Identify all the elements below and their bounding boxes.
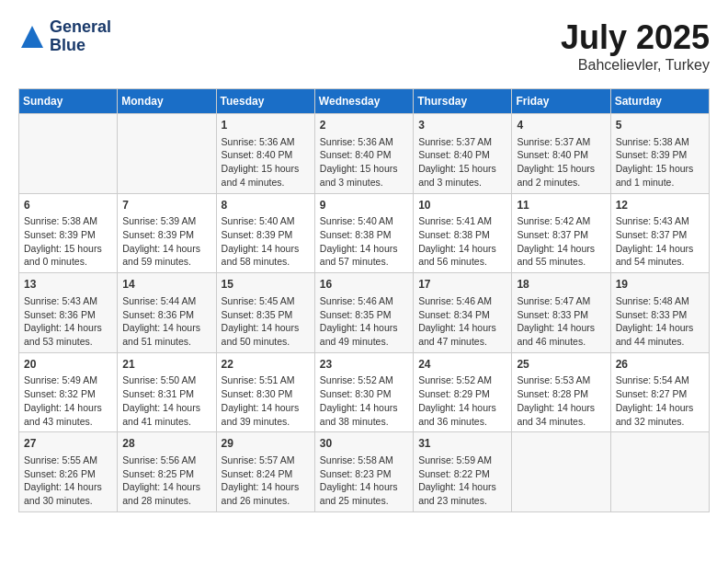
day-info: Sunset: 8:37 PM (616, 228, 704, 242)
day-info: Sunrise: 5:46 AM (418, 294, 506, 308)
calendar-cell: 28Sunrise: 5:56 AMSunset: 8:25 PMDayligh… (118, 432, 216, 512)
day-info: Sunset: 8:29 PM (418, 387, 506, 401)
day-number: 16 (320, 277, 408, 293)
day-info: Sunrise: 5:52 AM (418, 373, 506, 387)
day-info: Sunrise: 5:37 AM (517, 135, 605, 149)
day-info: Sunrise: 5:42 AM (517, 214, 605, 228)
day-info: Sunrise: 5:57 AM (222, 454, 310, 467)
day-number: 4 (517, 118, 605, 133)
calendar-cell: 20Sunrise: 5:49 AMSunset: 8:32 PMDayligh… (19, 352, 118, 432)
title-block: July 2025 Bahcelievler, Turkey (561, 18, 710, 74)
day-info: Daylight: 14 hours and 38 minutes. (320, 401, 408, 428)
day-info: Sunset: 8:24 PM (222, 467, 310, 481)
header-cell-saturday: Saturday (610, 89, 709, 114)
day-number: 15 (222, 277, 310, 293)
calendar-cell: 30Sunrise: 5:58 AMSunset: 8:23 PMDayligh… (314, 432, 413, 512)
calendar-cell: 9Sunrise: 5:40 AMSunset: 8:38 PMDaylight… (314, 193, 413, 273)
day-info: Sunrise: 5:47 AM (517, 294, 605, 308)
calendar-row: 6Sunrise: 5:38 AMSunset: 8:39 PMDaylight… (19, 193, 710, 273)
day-info: Sunset: 8:30 PM (320, 387, 408, 401)
day-info: Sunset: 8:36 PM (122, 308, 210, 322)
calendar-row: 27Sunrise: 5:55 AMSunset: 8:26 PMDayligh… (19, 432, 710, 512)
day-info: Daylight: 14 hours and 58 minutes. (222, 242, 310, 269)
calendar-cell: 12Sunrise: 5:43 AMSunset: 8:37 PMDayligh… (610, 193, 709, 273)
day-info: Sunset: 8:22 PM (418, 467, 506, 481)
logo: General Blue (18, 18, 111, 55)
calendar-cell: 15Sunrise: 5:45 AMSunset: 8:35 PMDayligh… (216, 273, 314, 353)
day-info: Sunrise: 5:43 AM (616, 214, 704, 228)
day-info: Sunrise: 5:36 AM (222, 135, 310, 149)
day-info: Sunset: 8:37 PM (517, 228, 605, 242)
day-number: 13 (24, 277, 112, 293)
calendar-cell: 7Sunrise: 5:39 AMSunset: 8:39 PMDaylight… (118, 193, 216, 273)
day-info: Sunrise: 5:58 AM (320, 454, 408, 467)
day-info: Daylight: 14 hours and 55 minutes. (517, 242, 605, 269)
day-info: Daylight: 14 hours and 54 minutes. (616, 242, 704, 269)
day-info: Sunrise: 5:41 AM (418, 214, 506, 228)
day-info: Daylight: 14 hours and 36 minutes. (418, 401, 506, 428)
day-info: Sunset: 8:33 PM (616, 308, 704, 322)
day-info: Daylight: 14 hours and 49 minutes. (320, 321, 408, 348)
calendar-cell: 3Sunrise: 5:37 AMSunset: 8:40 PMDaylight… (414, 114, 512, 194)
header-cell-wednesday: Wednesday (314, 89, 413, 114)
day-info: Sunrise: 5:52 AM (320, 373, 408, 387)
calendar-subtitle: Bahcelievler, Turkey (561, 57, 710, 74)
day-number: 29 (222, 436, 310, 452)
header-cell-thursday: Thursday (414, 89, 512, 114)
calendar-cell (610, 432, 709, 512)
day-number: 1 (222, 118, 310, 133)
day-number: 19 (616, 277, 704, 293)
day-info: Daylight: 14 hours and 50 minutes. (222, 321, 310, 348)
day-info: Sunset: 8:39 PM (122, 228, 210, 242)
day-info: Daylight: 14 hours and 59 minutes. (122, 242, 210, 269)
header-cell-tuesday: Tuesday (216, 89, 314, 114)
svg-marker-0 (21, 26, 43, 48)
day-info: Sunrise: 5:38 AM (616, 135, 704, 149)
day-info: Sunset: 8:38 PM (320, 228, 408, 242)
day-info: Sunset: 8:36 PM (24, 308, 112, 322)
header-cell-sunday: Sunday (19, 89, 118, 114)
day-number: 8 (222, 198, 310, 213)
day-info: Sunset: 8:39 PM (24, 228, 112, 242)
day-info: Daylight: 15 hours and 4 minutes. (222, 162, 310, 189)
calendar-cell: 6Sunrise: 5:38 AMSunset: 8:39 PMDaylight… (19, 193, 118, 273)
calendar-cell: 16Sunrise: 5:46 AMSunset: 8:35 PMDayligh… (314, 273, 413, 353)
day-info: Daylight: 14 hours and 34 minutes. (517, 401, 605, 428)
day-info: Sunrise: 5:45 AM (222, 294, 310, 308)
day-info: Daylight: 14 hours and 53 minutes. (24, 321, 112, 348)
calendar-cell: 8Sunrise: 5:40 AMSunset: 8:39 PMDaylight… (216, 193, 314, 273)
day-number: 20 (24, 357, 112, 373)
day-info: Sunrise: 5:56 AM (122, 454, 210, 467)
day-number: 9 (320, 198, 408, 213)
day-info: Daylight: 14 hours and 44 minutes. (616, 321, 704, 348)
day-number: 5 (616, 118, 704, 133)
day-info: Daylight: 14 hours and 25 minutes. (320, 480, 408, 507)
day-number: 7 (122, 198, 210, 213)
day-info: Sunrise: 5:38 AM (24, 214, 112, 228)
day-info: Sunset: 8:40 PM (418, 148, 506, 162)
day-info: Daylight: 15 hours and 2 minutes. (517, 162, 605, 189)
calendar-header: SundayMondayTuesdayWednesdayThursdayFrid… (19, 89, 710, 114)
day-info: Daylight: 14 hours and 28 minutes. (122, 480, 210, 507)
logo-line1: General (50, 18, 111, 37)
day-info: Sunset: 8:33 PM (517, 308, 605, 322)
calendar-cell: 18Sunrise: 5:47 AMSunset: 8:33 PMDayligh… (512, 273, 610, 353)
calendar-cell: 25Sunrise: 5:53 AMSunset: 8:28 PMDayligh… (512, 352, 610, 432)
day-info: Sunrise: 5:37 AM (418, 135, 506, 149)
day-number: 2 (320, 118, 408, 133)
day-number: 14 (122, 277, 210, 293)
calendar-cell: 22Sunrise: 5:51 AMSunset: 8:30 PMDayligh… (216, 352, 314, 432)
day-info: Sunset: 8:35 PM (320, 308, 408, 322)
day-info: Daylight: 14 hours and 56 minutes. (418, 242, 506, 269)
calendar-cell: 14Sunrise: 5:44 AMSunset: 8:36 PMDayligh… (118, 273, 216, 353)
day-info: Sunset: 8:40 PM (517, 148, 605, 162)
day-info: Sunset: 8:32 PM (24, 387, 112, 401)
header-row: SundayMondayTuesdayWednesdayThursdayFrid… (19, 89, 710, 114)
day-number: 3 (418, 118, 506, 133)
calendar-cell: 27Sunrise: 5:55 AMSunset: 8:26 PMDayligh… (19, 432, 118, 512)
calendar-cell: 24Sunrise: 5:52 AMSunset: 8:29 PMDayligh… (414, 352, 512, 432)
day-number: 21 (122, 357, 210, 373)
calendar-cell: 2Sunrise: 5:36 AMSunset: 8:40 PMDaylight… (314, 114, 413, 194)
page-header: General Blue July 2025 Bahcelievler, Tur… (18, 18, 710, 74)
day-info: Sunset: 8:34 PM (418, 308, 506, 322)
